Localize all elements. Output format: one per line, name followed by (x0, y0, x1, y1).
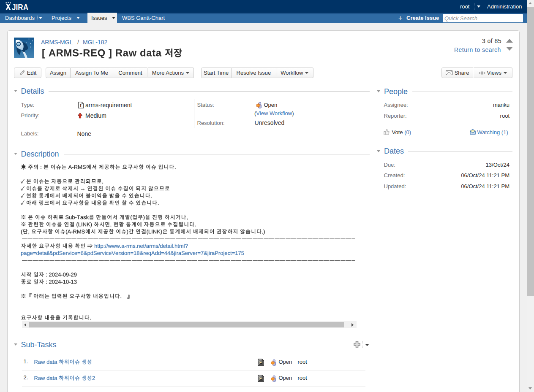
svg-text:I: I (80, 103, 82, 108)
